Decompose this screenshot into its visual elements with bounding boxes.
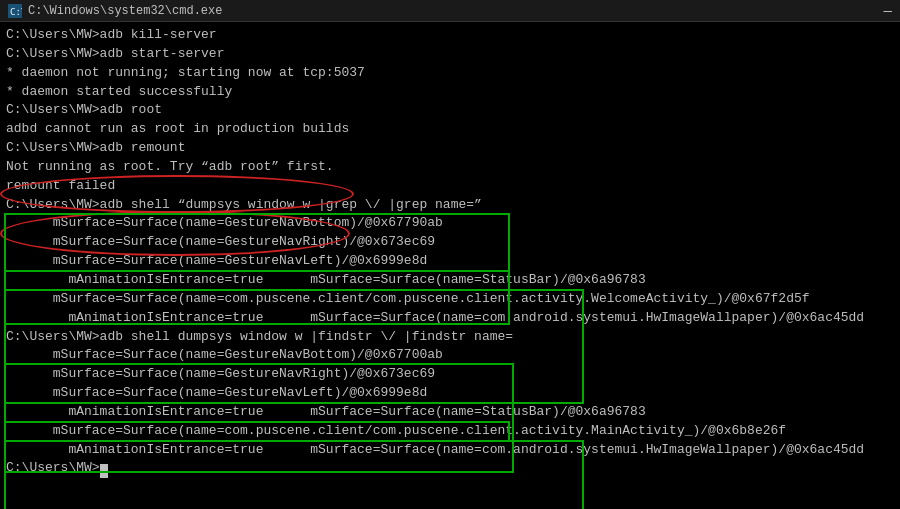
terminal-line: mSurface=Surface(name=GestureNavLeft)/@0… [6, 384, 894, 403]
terminal-line: mSurface=Surface(name=GestureNavBottom)/… [6, 346, 894, 365]
terminal-line: C:\Users\MW>adb shell dumpsys window w |… [6, 328, 894, 347]
terminal-line: * daemon not running; starting now at tc… [6, 64, 894, 83]
terminal-line: * daemon started successfully [6, 83, 894, 102]
terminal-line: remount failed [6, 177, 894, 196]
terminal-line: mSurface=Surface(name=com.puscene.client… [6, 422, 894, 441]
terminal-line: mSurface=Surface(name=GestureNavBottom)/… [6, 214, 894, 233]
terminal-line: mSurface=Surface(name=GestureNavRight)/@… [6, 365, 894, 384]
terminal-line: Not running as root. Try “adb root” firs… [6, 158, 894, 177]
window-title: C:\Windows\system32\cmd.exe [28, 4, 222, 18]
terminal-line: mAnimationIsEntrance=true mSurface=Surfa… [6, 271, 894, 290]
terminal-line: C:\Users\MW>adb kill-server [6, 26, 894, 45]
cmd-icon: C:\ [8, 4, 22, 18]
terminal-line: C:\Users\MW>adb remount [6, 139, 894, 158]
cursor [100, 464, 108, 478]
terminal-line: C:\Users\MW>adb shell “dumpsys window w … [6, 196, 894, 215]
terminal-line: adbd cannot run as root in production bu… [6, 120, 894, 139]
terminal-line: mSurface=Surface(name=GestureNavLeft)/@0… [6, 252, 894, 271]
title-bar: C:\ C:\Windows\system32\cmd.exe — [0, 0, 900, 22]
svg-text:C:\: C:\ [10, 7, 22, 17]
terminal-area: C:\Users\MW>adb kill-serverC:\Users\MW>a… [0, 22, 900, 509]
minimize-button[interactable]: — [884, 3, 892, 19]
terminal-line: mSurface=Surface(name=com.puscene.client… [6, 290, 894, 309]
terminal-line: C:\Users\MW>adb start-server [6, 45, 894, 64]
title-bar-left: C:\ C:\Windows\system32\cmd.exe [8, 4, 222, 18]
terminal-line: C:\Users\MW>adb root [6, 101, 894, 120]
terminal-line: mSurface=Surface(name=GestureNavRight)/@… [6, 233, 894, 252]
terminal-line: mAnimationIsEntrance=true mSurface=Surfa… [6, 309, 894, 328]
terminal-line: mAnimationIsEntrance=true mSurface=Surfa… [6, 403, 894, 422]
terminal-line: mAnimationIsEntrance=true mSurface=Surfa… [6, 441, 894, 460]
terminal-line: C:\Users\MW> [6, 459, 894, 478]
